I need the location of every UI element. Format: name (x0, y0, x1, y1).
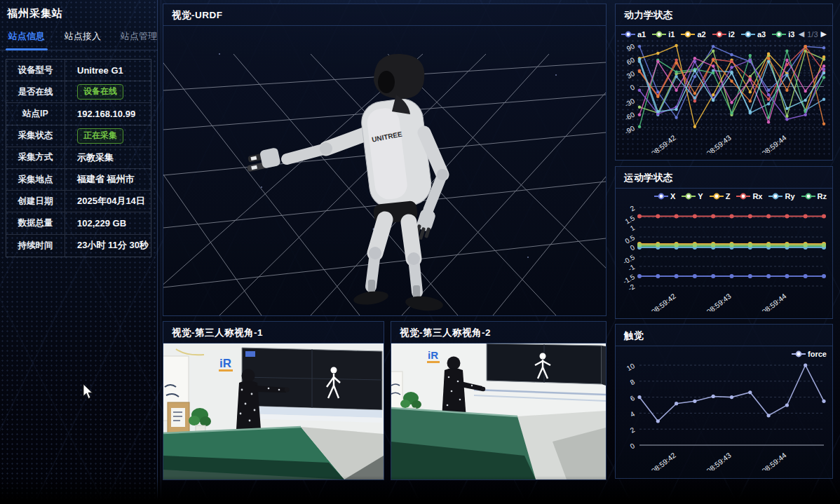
dynamics-legend: a1i1a2i2a3i3 (621, 30, 794, 39)
info-value-data-total: 102,229 GB (65, 218, 151, 229)
video-feed-2: iR (391, 343, 606, 482)
video2-scene: iR (391, 343, 606, 479)
dynamics-legend-row: a1i1a2i2a3i3 ◀ 1/3 ▶ (616, 26, 832, 39)
legend-item-i2[interactable]: i2 (712, 30, 735, 39)
tab-station-access[interactable]: 站点接入 (63, 24, 102, 50)
legend-marker-icon (710, 193, 724, 200)
legend-item-Z[interactable]: Z (710, 192, 731, 200)
svg-text:08:59:42: 08:59:42 (649, 133, 677, 153)
info-value-device-model: Unitree G1 (65, 65, 151, 76)
legend-label: Ry (785, 192, 794, 200)
station-tabs: 站点信息站点接入站点管理 (0, 24, 158, 50)
kinematics-chart: 21.510.50-0.5-1-1.5-208:59:4208:59:4308:… (616, 200, 832, 311)
info-row-create-date: 创建日期2025年04月14日 (6, 191, 151, 212)
legend-marker-icon (681, 31, 695, 38)
legend-label: Z (726, 192, 731, 200)
svg-text:6: 6 (629, 394, 637, 403)
legend-item-a2[interactable]: a2 (681, 30, 705, 39)
svg-text:1: 1 (629, 224, 637, 233)
legend-item-X[interactable]: X (654, 192, 675, 200)
tactile-panel: 触觉 force 108642008:59:4208:59:4308:59:44 (615, 324, 833, 479)
legend-label: force (808, 350, 827, 358)
legend-item-force[interactable]: force (792, 350, 827, 358)
urdf-3d-viewport[interactable]: UNITREE (163, 26, 606, 318)
legend-label: a2 (697, 30, 705, 39)
legend-item-i1[interactable]: i1 (652, 30, 675, 39)
urdf-3d-scene: UNITREE (163, 26, 606, 315)
legend-marker-icon (654, 193, 668, 200)
video2-panel-title: 视觉-第三人称视角-2 (391, 322, 606, 343)
legend-item-Rz[interactable]: Rz (801, 192, 827, 200)
kinematics-panel-title: 运动学状态 (616, 167, 832, 189)
info-label-collect-method: 采集方式 (6, 147, 65, 168)
info-row-station-ip: 站点IP192.168.10.99 (6, 103, 151, 125)
svg-text:-90: -90 (623, 124, 636, 136)
svg-text:0: 0 (629, 83, 637, 92)
legend-marker-icon (772, 31, 786, 38)
legend-item-Rx[interactable]: Rx (736, 192, 762, 200)
dynamics-panel: 动力学状态 a1i1a2i2a3i3 ◀ 1/3 ▶ 9060300-30-60… (615, 4, 833, 161)
legend-prev-icon[interactable]: ◀ (799, 29, 804, 39)
kinematics-legend-row: XYZRxRyRz (616, 189, 832, 200)
tactile-legend-row: force (616, 346, 832, 358)
svg-text:1.5: 1.5 (623, 214, 636, 226)
dynamics-panel-title: 动力学状态 (616, 4, 832, 26)
legend-item-Ry[interactable]: Ry (768, 192, 794, 200)
info-row-data-total: 数据总量102,229 GB (6, 212, 151, 234)
station-info-table: 设备型号Unitree G1是否在线设备在线站点IP192.168.10.99采… (6, 59, 151, 257)
tab-station-info[interactable]: 站点信息 (7, 24, 46, 50)
kinematics-panel: 运动学状态 XYZRxRyRz 21.510.50-0.5-1-1.5-208:… (615, 166, 833, 319)
video2-wall-logo: iR (428, 349, 438, 361)
svg-text:0: 0 (629, 243, 637, 252)
video1-wall-logo: iR (219, 357, 231, 370)
legend-marker-icon (652, 31, 666, 38)
svg-text:10: 10 (625, 362, 637, 372)
info-value-station-ip: 192.168.10.99 (65, 109, 151, 119)
urdf-panel: 视觉-URDF (163, 4, 607, 316)
legend-marker-icon (682, 193, 696, 200)
urdf-panel-title: 视觉-URDF (163, 4, 606, 26)
dynamics-chart: 9060300-30-60-9008:59:4208:59:4308:59:44 (616, 39, 832, 153)
tab-station-manage[interactable]: 站点管理 (119, 24, 158, 50)
legend-label: Rz (818, 192, 827, 200)
legend-item-a3[interactable]: a3 (741, 30, 766, 39)
info-row-device-model: 设备型号Unitree G1 (6, 60, 151, 81)
video1-panel: 视觉-第三人称视角-1 iR (163, 321, 384, 480)
legend-marker-icon (801, 193, 815, 200)
video1-scene: iR (163, 343, 384, 479)
info-label-station-ip: 站点IP (6, 103, 65, 124)
video1-panel-title: 视觉-第三人称视角-1 (163, 322, 384, 343)
tactile-legend: force (792, 350, 827, 358)
svg-text:08:59:44: 08:59:44 (760, 133, 788, 153)
info-row-online-status: 是否在线设备在线 (6, 81, 151, 103)
info-value-create-date: 2025年04月14日 (65, 195, 151, 207)
info-row-collect-status: 采集状态正在采集 (6, 125, 151, 147)
info-row-collect-location: 采集地点福建省 福州市 (6, 169, 151, 191)
video-feed-1: iR (163, 343, 384, 482)
info-label-create-date: 创建日期 (6, 191, 65, 212)
station-sidebar: 福州采集站 站点信息站点接入站点管理 设备型号Unitree G1是否在线设备在… (0, 0, 158, 504)
status-badge-online-status: 设备在线 (77, 84, 123, 100)
legend-item-Y[interactable]: Y (682, 192, 703, 200)
info-row-collect-method: 采集方式示教采集 (6, 147, 151, 169)
svg-text:90: 90 (625, 42, 637, 53)
svg-text:08:59:43: 08:59:43 (705, 292, 733, 311)
info-value-collect-method: 示教采集 (65, 151, 151, 164)
legend-item-a1[interactable]: a1 (621, 30, 646, 39)
svg-text:08:59:44: 08:59:44 (760, 451, 788, 470)
svg-text:08:59:42: 08:59:42 (649, 292, 677, 311)
legend-item-i3[interactable]: i3 (772, 30, 794, 39)
legend-label: Rx (752, 192, 762, 200)
info-label-device-model: 设备型号 (6, 60, 65, 81)
svg-text:0.5: 0.5 (623, 233, 636, 245)
legend-label: i1 (668, 30, 675, 39)
legend-marker-icon (621, 31, 635, 38)
tactile-panel-title: 触觉 (616, 325, 832, 346)
legend-label: a3 (757, 30, 766, 39)
svg-text:-60: -60 (623, 110, 636, 122)
svg-text:8: 8 (629, 378, 637, 387)
status-badge-collect-status: 正在采集 (77, 128, 123, 144)
legend-next-icon[interactable]: ▶ (821, 29, 827, 39)
legend-marker-icon (768, 193, 783, 200)
video2-panel: 视觉-第三人称视角-2 iR (391, 321, 607, 480)
